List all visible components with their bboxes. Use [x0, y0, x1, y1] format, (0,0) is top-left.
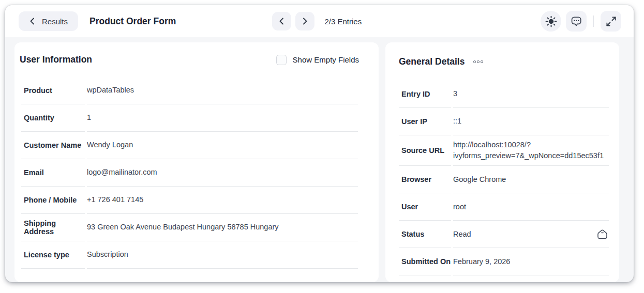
field-row: Customer Name Wendy Logan	[21, 132, 358, 159]
field-row: User IP ::1	[399, 108, 609, 135]
field-value-cell: 1	[87, 104, 358, 132]
top-bar: Results Product Order Form 2/3 Entries	[5, 5, 634, 37]
field-label: Browser	[399, 166, 451, 193]
field-row: Submitted On February 9, 2026	[399, 248, 609, 275]
field-value-cell: http://localhost:10028/?ivyforms_preview…	[453, 135, 609, 166]
field-row: Source URL http://localhost:10028/?ivyfo…	[399, 135, 609, 166]
field-label: Submitted On	[399, 248, 451, 275]
field-value: logo@mailinator.com	[87, 167, 157, 178]
field-value-cell: ::1	[453, 108, 609, 135]
field-label: Entry ID	[399, 81, 451, 108]
field-value-cell: wpDataTables	[87, 77, 358, 104]
field-value-cell: logo@mailinator.com	[87, 159, 358, 187]
field-value-cell: Read	[453, 221, 609, 248]
field-value: Read	[453, 229, 471, 240]
back-button-label: Results	[42, 17, 68, 26]
field-label: Email	[21, 159, 85, 187]
field-row: Email logo@mailinator.com	[21, 159, 358, 187]
dots-menu-icon[interactable]	[472, 59, 484, 64]
next-entry-button[interactable]	[295, 12, 314, 30]
field-value: Subscription	[87, 249, 128, 260]
show-empty-fields-checkbox[interactable]	[276, 55, 287, 65]
previous-entry-button[interactable]	[272, 12, 291, 30]
entry-pagination: 2/3 Entries	[272, 12, 362, 30]
field-label: Status	[399, 221, 451, 248]
entry-viewer-window: Results Product Order Form 2/3 Entries	[5, 5, 634, 282]
field-label: Customer Name	[21, 132, 85, 159]
general-details-panel: General Details Entry ID 3	[385, 42, 619, 282]
field-value: Wendy Logan	[87, 140, 133, 150]
field-row: User root	[399, 193, 609, 221]
field-row: License type Subscription	[21, 241, 358, 269]
general-details-title: General Details	[399, 56, 465, 67]
field-value: ::1	[453, 116, 461, 127]
brightness-toggle-button[interactable]	[541, 11, 561, 32]
field-row: Quantity 1	[21, 104, 358, 132]
content-area: User Information Show Empty Fields Produ…	[5, 37, 634, 282]
field-value: http://localhost:10028/?ivyforms_preview…	[453, 140, 609, 161]
show-empty-fields-label: Show Empty Fields	[293, 55, 359, 64]
expand-arrows-icon	[606, 16, 617, 27]
user-information-panel: User Information Show Empty Fields Produ…	[14, 42, 379, 282]
field-label: Quantity	[21, 104, 85, 132]
field-value-cell: 3	[453, 81, 609, 108]
field-row: Browser Google Chrome	[399, 166, 609, 193]
field-value-cell: February 9, 2026	[453, 248, 609, 275]
notes-button[interactable]	[566, 11, 587, 32]
field-label: User IP	[399, 108, 451, 135]
field-value-cell: Wendy Logan	[87, 132, 358, 159]
show-empty-fields-toggle[interactable]: Show Empty Fields	[276, 55, 359, 65]
field-label: Source URL	[399, 135, 451, 166]
sun-icon	[545, 16, 557, 27]
user-information-header: User Information Show Empty Fields	[14, 42, 379, 68]
field-value: 93 Green Oak Avenue Budapest Hungary 587…	[87, 222, 279, 233]
field-row: Status Read	[399, 221, 609, 248]
top-bar-actions	[541, 11, 621, 32]
general-details-header: General Details	[385, 42, 619, 70]
field-value: 3	[453, 88, 457, 99]
field-value-cell: +1 726 401 7145	[87, 187, 358, 214]
field-label: License type	[21, 241, 85, 269]
comment-dots-icon	[570, 15, 582, 27]
entries-counter: 2/3 Entries	[324, 17, 362, 26]
mail-open-icon[interactable]	[596, 228, 609, 241]
field-row: Shipping Address 93 Green Oak Avenue Bud…	[21, 214, 358, 241]
field-label: Phone / Mobile	[21, 187, 85, 214]
field-value: +1 726 401 7145	[87, 194, 143, 205]
field-value: 1	[87, 112, 91, 123]
field-value: February 9, 2026	[453, 256, 510, 267]
toolbar-divider	[593, 16, 594, 27]
field-label: Product	[21, 77, 85, 104]
user-information-title: User Information	[20, 54, 92, 65]
field-value: wpDataTables	[87, 85, 134, 96]
chevron-right-icon	[301, 18, 308, 25]
fullscreen-button[interactable]	[601, 11, 621, 32]
general-details-rows: Entry ID 3 User	[385, 81, 619, 275]
field-row: Product wpDataTables	[21, 77, 358, 104]
field-row: Entry ID 3	[399, 81, 609, 108]
page-title: Product Order Form	[89, 16, 176, 27]
field-value: root	[453, 202, 466, 212]
field-label: Shipping Address	[21, 214, 85, 241]
chevron-left-icon	[278, 18, 284, 25]
field-value-cell: root	[453, 193, 609, 221]
field-value-cell: Google Chrome	[453, 166, 609, 193]
chevron-left-icon	[29, 18, 36, 25]
field-value: Google Chrome	[453, 174, 506, 185]
field-label: User	[399, 193, 451, 221]
back-to-results-button[interactable]: Results	[19, 11, 78, 31]
field-value-cell: Subscription	[87, 241, 358, 269]
user-information-rows: Product wpDataTables	[14, 77, 379, 269]
field-row: Phone / Mobile +1 726 401 7145	[21, 187, 358, 214]
field-value-cell: 93 Green Oak Avenue Budapest Hungary 587…	[87, 214, 358, 241]
